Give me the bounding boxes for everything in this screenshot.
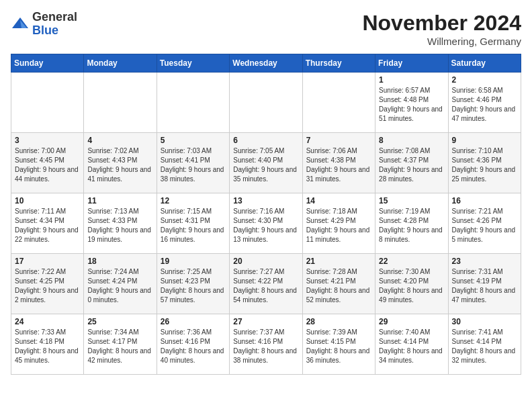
location: Willmering, Germany	[362, 36, 521, 47]
calendar-cell: 7Sunrise: 7:06 AMSunset: 4:38 PMDaylight…	[302, 133, 375, 193]
calendar-cell: 1Sunrise: 6:57 AMSunset: 4:48 PMDaylight…	[375, 73, 448, 133]
day-info: Sunrise: 7:15 AMSunset: 4:31 PMDaylight:…	[161, 207, 226, 244]
day-number: 16	[452, 196, 517, 205]
day-info: Sunrise: 7:34 AMSunset: 4:17 PMDaylight:…	[87, 328, 152, 365]
day-info: Sunrise: 7:21 AMSunset: 4:26 PMDaylight:…	[452, 207, 517, 244]
day-info: Sunrise: 7:37 AMSunset: 4:16 PMDaylight:…	[233, 328, 298, 365]
calendar-cell	[157, 73, 229, 133]
calendar-cell: 22Sunrise: 7:30 AMSunset: 4:20 PMDayligh…	[375, 254, 448, 314]
calendar-cell: 4Sunrise: 7:02 AMSunset: 4:43 PMDaylight…	[84, 133, 157, 193]
calendar-cell: 11Sunrise: 7:13 AMSunset: 4:33 PMDayligh…	[84, 193, 157, 254]
day-number: 24	[15, 317, 80, 326]
day-info: Sunrise: 7:18 AMSunset: 4:29 PMDaylight:…	[306, 207, 371, 244]
day-number: 4	[87, 136, 152, 145]
calendar-cell: 16Sunrise: 7:21 AMSunset: 4:26 PMDayligh…	[448, 193, 521, 254]
column-header-sunday: Sunday	[11, 54, 84, 73]
day-info: Sunrise: 7:02 AMSunset: 4:43 PMDaylight:…	[87, 146, 152, 184]
day-info: Sunrise: 7:19 AMSunset: 4:28 PMDaylight:…	[379, 207, 444, 244]
day-number: 13	[233, 196, 298, 205]
calendar-cell: 18Sunrise: 7:24 AMSunset: 4:24 PMDayligh…	[84, 254, 157, 314]
day-info: Sunrise: 6:57 AMSunset: 4:48 PMDaylight:…	[379, 86, 444, 124]
day-info: Sunrise: 7:28 AMSunset: 4:21 PMDaylight:…	[306, 267, 371, 305]
column-header-thursday: Thursday	[302, 54, 375, 73]
day-info: Sunrise: 7:30 AMSunset: 4:20 PMDaylight:…	[379, 267, 444, 305]
day-number: 28	[306, 317, 371, 326]
day-number: 19	[161, 257, 226, 266]
calendar-cell: 21Sunrise: 7:28 AMSunset: 4:21 PMDayligh…	[302, 254, 375, 314]
day-number: 1	[379, 75, 444, 85]
day-number: 20	[233, 257, 298, 266]
calendar-cell: 3Sunrise: 7:00 AMSunset: 4:45 PMDaylight…	[11, 133, 84, 193]
calendar-cell: 8Sunrise: 7:08 AMSunset: 4:37 PMDaylight…	[375, 133, 448, 193]
day-info: Sunrise: 7:13 AMSunset: 4:33 PMDaylight:…	[87, 207, 152, 244]
calendar-cell	[11, 73, 84, 133]
logo: General Blue	[11, 11, 77, 38]
calendar-cell: 2Sunrise: 6:58 AMSunset: 4:46 PMDaylight…	[448, 73, 521, 133]
day-number: 8	[379, 136, 444, 145]
calendar-cell: 20Sunrise: 7:27 AMSunset: 4:22 PMDayligh…	[230, 254, 302, 314]
day-info: Sunrise: 7:06 AMSunset: 4:38 PMDaylight:…	[306, 146, 371, 184]
day-info: Sunrise: 7:16 AMSunset: 4:30 PMDaylight:…	[233, 207, 298, 244]
column-header-friday: Friday	[375, 54, 448, 73]
calendar-cell: 26Sunrise: 7:36 AMSunset: 4:16 PMDayligh…	[157, 314, 229, 375]
day-info: Sunrise: 7:05 AMSunset: 4:40 PMDaylight:…	[233, 146, 298, 184]
day-number: 5	[161, 136, 226, 145]
day-info: Sunrise: 7:31 AMSunset: 4:19 PMDaylight:…	[452, 267, 517, 305]
day-info: Sunrise: 6:58 AMSunset: 4:46 PMDaylight:…	[452, 86, 517, 124]
day-number: 21	[306, 257, 371, 266]
day-info: Sunrise: 7:11 AMSunset: 4:34 PMDaylight:…	[15, 207, 80, 244]
day-info: Sunrise: 7:22 AMSunset: 4:25 PMDaylight:…	[15, 267, 80, 305]
day-info: Sunrise: 7:40 AMSunset: 4:14 PMDaylight:…	[379, 328, 444, 365]
day-info: Sunrise: 7:10 AMSunset: 4:36 PMDaylight:…	[452, 146, 517, 184]
column-header-monday: Monday	[84, 54, 157, 73]
day-number: 12	[161, 196, 226, 205]
calendar-cell: 27Sunrise: 7:37 AMSunset: 4:16 PMDayligh…	[230, 314, 302, 375]
calendar-cell: 9Sunrise: 7:10 AMSunset: 4:36 PMDaylight…	[448, 133, 521, 193]
day-info: Sunrise: 7:36 AMSunset: 4:16 PMDaylight:…	[161, 328, 226, 365]
day-number: 17	[15, 257, 80, 266]
month-title: November 2024	[362, 11, 521, 36]
calendar-cell	[230, 73, 302, 133]
day-number: 2	[452, 75, 517, 85]
day-number: 26	[161, 317, 226, 326]
day-number: 14	[306, 196, 371, 205]
day-number: 23	[452, 257, 517, 266]
calendar-cell: 10Sunrise: 7:11 AMSunset: 4:34 PMDayligh…	[11, 193, 84, 254]
svg-marker-0	[12, 17, 28, 28]
calendar-cell: 6Sunrise: 7:05 AMSunset: 4:40 PMDaylight…	[230, 133, 302, 193]
calendar-cell: 5Sunrise: 7:03 AMSunset: 4:41 PMDaylight…	[157, 133, 229, 193]
calendar-cell: 12Sunrise: 7:15 AMSunset: 4:31 PMDayligh…	[157, 193, 229, 254]
column-header-wednesday: Wednesday	[230, 54, 302, 73]
day-number: 7	[306, 136, 371, 145]
day-number: 27	[233, 317, 298, 326]
day-info: Sunrise: 7:39 AMSunset: 4:15 PMDaylight:…	[306, 328, 371, 365]
calendar-cell: 23Sunrise: 7:31 AMSunset: 4:19 PMDayligh…	[448, 254, 521, 314]
day-number: 6	[233, 136, 298, 145]
day-info: Sunrise: 7:25 AMSunset: 4:23 PMDaylight:…	[161, 267, 226, 305]
logo-text: General Blue	[32, 11, 77, 38]
day-number: 3	[15, 136, 80, 145]
calendar-cell: 30Sunrise: 7:41 AMSunset: 4:14 PMDayligh…	[448, 314, 521, 375]
day-info: Sunrise: 7:08 AMSunset: 4:37 PMDaylight:…	[379, 146, 444, 184]
day-number: 11	[87, 196, 152, 205]
calendar-cell: 13Sunrise: 7:16 AMSunset: 4:30 PMDayligh…	[230, 193, 302, 254]
day-number: 29	[379, 317, 444, 326]
day-number: 9	[452, 136, 517, 145]
day-number: 10	[15, 196, 80, 205]
day-info: Sunrise: 7:03 AMSunset: 4:41 PMDaylight:…	[161, 146, 226, 184]
day-number: 30	[452, 317, 517, 326]
column-header-saturday: Saturday	[448, 54, 521, 73]
day-number: 25	[87, 317, 152, 326]
calendar-cell: 19Sunrise: 7:25 AMSunset: 4:23 PMDayligh…	[157, 254, 229, 314]
calendar-cell	[84, 73, 157, 133]
calendar-cell: 25Sunrise: 7:34 AMSunset: 4:17 PMDayligh…	[84, 314, 157, 375]
calendar-cell: 28Sunrise: 7:39 AMSunset: 4:15 PMDayligh…	[302, 314, 375, 375]
day-info: Sunrise: 7:33 AMSunset: 4:18 PMDaylight:…	[15, 328, 80, 365]
calendar-cell: 15Sunrise: 7:19 AMSunset: 4:28 PMDayligh…	[375, 193, 448, 254]
logo-icon	[11, 15, 30, 34]
day-number: 15	[379, 196, 444, 205]
day-info: Sunrise: 7:41 AMSunset: 4:14 PMDaylight:…	[452, 328, 517, 365]
calendar-cell: 17Sunrise: 7:22 AMSunset: 4:25 PMDayligh…	[11, 254, 84, 314]
header: General Blue November 2024 Willmering, G…	[11, 11, 521, 47]
day-number: 18	[87, 257, 152, 266]
